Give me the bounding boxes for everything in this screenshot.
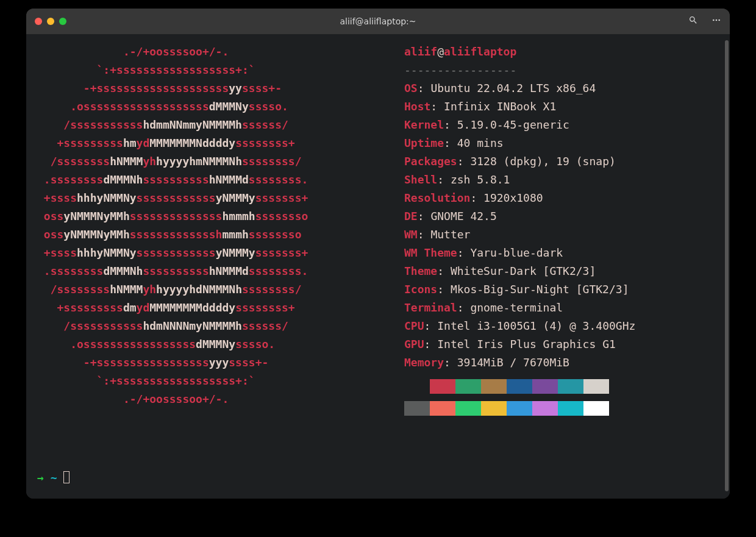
prompt-tilde: ~ <box>51 471 57 484</box>
palette-swatch <box>430 401 455 416</box>
info-value: Ubuntu 22.04.2 LTS x86_64 <box>430 82 596 94</box>
info-label: Shell <box>404 173 437 186</box>
info-row: Resolution: 1920x1080 <box>404 189 635 207</box>
separator: ----------------- <box>404 61 635 79</box>
info-label: Terminal <box>404 301 457 314</box>
info-label: Packages <box>404 155 457 168</box>
user-host-line: aliif@aliiflaptop <box>404 43 635 61</box>
info-value: Infinix INBook X1 <box>444 100 556 113</box>
info-label: Resolution <box>404 191 470 204</box>
info-label: Uptime <box>404 137 444 149</box>
info-row: WM Theme: Yaru-blue-dark <box>404 244 635 262</box>
info-row: Shell: zsh 5.8.1 <box>404 171 635 189</box>
palette-swatch <box>558 379 583 394</box>
palette-swatch <box>481 401 507 416</box>
palette-swatch <box>404 401 430 416</box>
terminal-window: aliif@aliiflaptop:~ .-/+oossssoo+/-. `:+… <box>26 9 730 499</box>
info-row: CPU: Intel i3-1005G1 (4) @ 3.400GHz <box>404 317 635 335</box>
titlebar: aliif@aliiflaptop:~ <box>26 9 730 34</box>
palette-swatch <box>532 401 558 416</box>
search-icon[interactable] <box>688 15 698 27</box>
info-value: 3914MiB / 7670MiB <box>457 356 569 369</box>
info-row: Packages: 3128 (dpkg), 19 (snap) <box>404 152 635 171</box>
svg-point-2 <box>718 20 720 21</box>
palette-swatch <box>507 379 532 394</box>
info-row: Theme: WhiteSur-Dark [GTK2/3] <box>404 262 635 280</box>
window-title: aliif@aliiflaptop:~ <box>26 16 730 26</box>
info-row: Kernel: 5.19.0-45-generic <box>404 116 635 134</box>
palette-swatch <box>507 401 532 416</box>
terminal-body[interactable]: .-/+oossssoo+/-. `:+ssssssssssssssssss+:… <box>26 34 730 499</box>
info-label: Memory <box>404 356 444 369</box>
info-value: 1920x1080 <box>483 191 543 204</box>
info-row: WM: Mutter <box>404 226 635 244</box>
palette-swatch <box>583 401 609 416</box>
info-row: DE: GNOME 42.5 <box>404 207 635 226</box>
info-label: Theme <box>404 265 437 277</box>
palette-swatch <box>583 379 609 394</box>
info-value: 40 mins <box>457 137 504 149</box>
palette-swatch <box>532 379 558 394</box>
palette-row-2 <box>404 401 635 416</box>
info-value: Yaru-blue-dark <box>470 246 563 259</box>
palette-swatch <box>430 379 455 394</box>
palette-row-1 <box>404 379 635 394</box>
info-value: Mutter <box>430 228 470 241</box>
scrollbar[interactable] <box>725 40 729 491</box>
info-row: Uptime: 40 mins <box>404 134 635 152</box>
info-value: Mkos-Big-Sur-Night [GTK2/3] <box>451 283 629 296</box>
palette-swatch <box>481 379 507 394</box>
info-label: Icons <box>404 283 437 296</box>
info-label: Kernel <box>404 118 444 131</box>
info-value: GNOME 42.5 <box>430 210 496 222</box>
info-row: Host: Infinix INBook X1 <box>404 98 635 116</box>
info-label: GPU <box>404 338 424 350</box>
palette-swatch <box>455 379 481 394</box>
prompt[interactable]: → ~ <box>37 471 70 484</box>
info-label: OS <box>404 82 418 94</box>
prompt-arrow: → <box>37 471 44 484</box>
info-label: WM Theme <box>404 246 457 259</box>
info-value: Intel Iris Plus Graphics G1 <box>437 338 616 350</box>
info-value: zsh 5.8.1 <box>451 173 510 186</box>
menu-icon[interactable] <box>711 15 721 27</box>
info-value: WhiteSur-Dark [GTK2/3] <box>451 265 596 277</box>
info-value: Intel i3-1005G1 (4) @ 3.400GHz <box>437 319 635 332</box>
svg-point-0 <box>713 20 715 21</box>
system-info-pane: aliif@aliiflaptop ----------------- OS: … <box>404 43 635 416</box>
info-label: CPU <box>404 319 424 332</box>
info-row: Terminal: gnome-terminal <box>404 299 635 317</box>
info-label: Host <box>404 100 430 113</box>
info-label: DE <box>404 210 418 222</box>
info-row: Memory: 3914MiB / 7670MiB <box>404 354 635 372</box>
info-value: 5.19.0-45-generic <box>457 118 569 131</box>
info-row: Icons: Mkos-Big-Sur-Night [GTK2/3] <box>404 280 635 299</box>
info-row: OS: Ubuntu 22.04.2 LTS x86_64 <box>404 79 635 98</box>
palette-swatch <box>455 401 481 416</box>
info-value: gnome-terminal <box>470 301 563 314</box>
svg-point-1 <box>716 20 718 21</box>
info-value: 3128 (dpkg), 19 (snap) <box>470 155 615 168</box>
palette-swatch <box>558 401 583 416</box>
info-label: WM <box>404 228 418 241</box>
palette-swatch <box>404 379 430 394</box>
info-row: GPU: Intel Iris Plus Graphics G1 <box>404 335 635 354</box>
cursor <box>63 471 70 483</box>
